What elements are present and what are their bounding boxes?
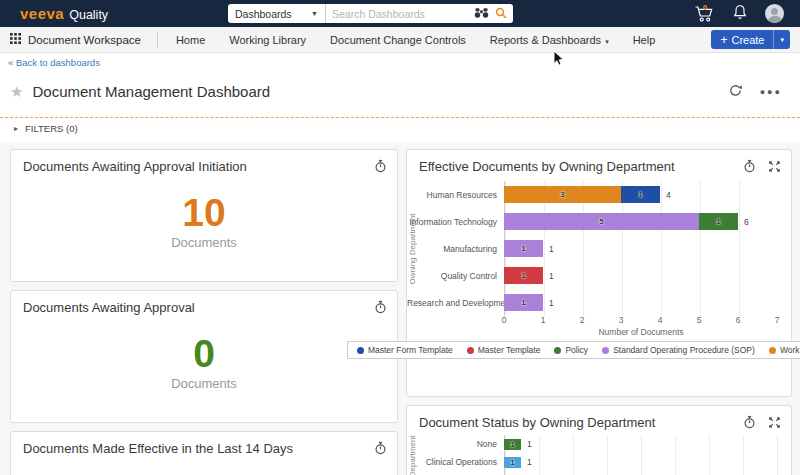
bar-segment[interactable]: 1 bbox=[504, 267, 543, 284]
legend-item[interactable]: Policy bbox=[554, 345, 588, 355]
bar-total-label: 1 bbox=[549, 298, 554, 308]
chevron-down-icon: ▼ bbox=[311, 10, 318, 17]
timer-icon[interactable] bbox=[374, 300, 387, 318]
category-label: None bbox=[407, 439, 504, 449]
avatar-shoulders bbox=[768, 16, 782, 24]
bar-total-label: 1 bbox=[549, 271, 554, 281]
x-tick-label: 0 bbox=[502, 315, 507, 325]
bar-segment[interactable]: 1 bbox=[504, 439, 521, 450]
category-label: Clinical Operations bbox=[407, 457, 504, 467]
create-button[interactable]: + Create bbox=[711, 30, 773, 49]
legend-dot-icon bbox=[602, 347, 609, 354]
notifications-bell-icon[interactable] bbox=[733, 4, 747, 24]
chart-row: Quality Control11 bbox=[407, 262, 791, 289]
legend-dot-icon bbox=[769, 347, 776, 354]
bar-segment[interactable]: 1 bbox=[621, 186, 660, 203]
binoculars-icon[interactable] bbox=[474, 5, 489, 23]
legend-label: Work Instruction bbox=[780, 345, 800, 355]
favorite-star-icon[interactable]: ★ bbox=[10, 84, 23, 99]
page-title: Document Management Dashboard bbox=[32, 83, 270, 100]
search-icon[interactable] bbox=[495, 5, 507, 23]
timer-icon[interactable] bbox=[743, 159, 756, 177]
chevron-down-icon: ▾ bbox=[780, 36, 784, 44]
legend-item[interactable]: Standard Operating Procedure (SOP) bbox=[602, 345, 755, 355]
x-axis-label: Number of Documents bbox=[504, 327, 778, 337]
more-menu-icon[interactable]: ●●● bbox=[760, 87, 782, 97]
legend-label: Master Template bbox=[478, 345, 541, 355]
bar-segment[interactable]: 1 bbox=[699, 213, 738, 230]
timer-icon[interactable] bbox=[743, 415, 756, 433]
search-scope-value: Dashboards bbox=[235, 8, 292, 20]
top-bar: veeva Quality Dashboards ▼ bbox=[0, 0, 800, 27]
metric-value: 0 bbox=[193, 332, 215, 376]
legend-label: Policy bbox=[565, 345, 588, 355]
metric-unit: Documents bbox=[171, 376, 237, 391]
x-tick-label: 3 bbox=[619, 315, 624, 325]
nav-item-document-change-controls[interactable]: Document Change Controls bbox=[330, 34, 466, 46]
nav-divider bbox=[157, 33, 158, 47]
filters-toggle[interactable]: ▸ FILTERS (0) bbox=[0, 118, 800, 142]
nav-item-home[interactable]: Home bbox=[176, 34, 205, 46]
bar-total-label: 6 bbox=[744, 217, 749, 227]
category-label: Human Resources bbox=[407, 190, 504, 200]
chart-legend: Master Form TemplateMaster TemplatePolic… bbox=[407, 341, 791, 359]
back-arrow-icon: « bbox=[8, 57, 13, 68]
chart-row: Research and Development11 bbox=[407, 289, 791, 316]
category-label: Manufacturing bbox=[407, 244, 504, 254]
x-tick-label: 5 bbox=[697, 315, 702, 325]
bar-segment[interactable]: 5 bbox=[504, 213, 699, 230]
category-label: Information Technology bbox=[407, 217, 504, 227]
nav-item-working-library[interactable]: Working Library bbox=[229, 34, 306, 46]
chart-card-effective-documents: Effective Documents by Owning Department… bbox=[406, 149, 792, 397]
legend-label: Standard Operating Procedure (SOP) bbox=[613, 345, 755, 355]
x-tick-label: 2 bbox=[580, 315, 585, 325]
nav-item-label: Reports & Dashboards bbox=[490, 34, 601, 46]
legend-item[interactable]: Master Template bbox=[467, 345, 541, 355]
expand-icon[interactable] bbox=[768, 159, 781, 177]
x-tick-label: 4 bbox=[658, 315, 663, 325]
main-nav-bar: Document Workspace Home Working Library … bbox=[0, 27, 800, 53]
chart-title: Effective Documents by Owning Department bbox=[407, 150, 791, 174]
chart-row: Manufacturing11 bbox=[407, 235, 791, 262]
nav-item-help[interactable]: Help bbox=[633, 34, 656, 46]
bar-segment[interactable]: 1 bbox=[504, 240, 543, 257]
avatar-head bbox=[771, 8, 778, 15]
bar-segment[interactable]: 1 bbox=[504, 294, 543, 311]
timer-icon[interactable] bbox=[374, 159, 387, 177]
effective-documents-chart: Owning DepartmentHuman Resources314Infor… bbox=[407, 181, 791, 339]
metric-card-awaiting-approval: Documents Awaiting Approval 0 Documents bbox=[10, 290, 398, 423]
nav-item-reports-dashboards[interactable]: Reports & Dashboards▾ bbox=[490, 34, 609, 46]
bar-segment[interactable]: 1 bbox=[504, 457, 521, 468]
cart-count-badge: 0 bbox=[703, 3, 707, 12]
back-row: « Back to dashboards bbox=[0, 53, 800, 69]
user-avatar[interactable] bbox=[765, 4, 784, 23]
category-label: Research and Development bbox=[407, 298, 504, 308]
bar-total-label: 4 bbox=[666, 190, 671, 200]
x-tick-label: 7 bbox=[775, 315, 780, 325]
x-tick-label: 6 bbox=[736, 315, 741, 325]
create-dropdown-button[interactable]: ▾ bbox=[773, 30, 790, 49]
workspace-label: Document Workspace bbox=[28, 34, 141, 46]
search-input[interactable] bbox=[326, 8, 474, 20]
category-label: Quality Control bbox=[407, 271, 504, 281]
bar-segment[interactable]: 3 bbox=[504, 186, 621, 203]
dashboard-title-row: ★ Document Management Dashboard ●●● bbox=[0, 69, 800, 118]
expand-icon[interactable] bbox=[768, 415, 781, 433]
app-grid-icon[interactable] bbox=[10, 33, 21, 46]
card-title: Documents Awaiting Approval Initiation bbox=[11, 150, 397, 174]
back-to-dashboards-link[interactable]: « Back to dashboards bbox=[8, 57, 100, 68]
filters-label: FILTERS (0) bbox=[25, 123, 78, 134]
veeva-wordmark: veeva bbox=[20, 5, 64, 22]
workspace-switcher[interactable]: Document Workspace bbox=[10, 33, 141, 46]
timer-icon[interactable] bbox=[374, 441, 387, 459]
legend-item[interactable]: Work Instruction bbox=[769, 345, 800, 355]
card-title: Documents Awaiting Approval bbox=[11, 291, 397, 315]
card-title: Documents Made Effective in the Last 14 … bbox=[11, 432, 397, 456]
product-name: Quality bbox=[69, 8, 108, 22]
bar-total-label: 1 bbox=[527, 439, 532, 449]
cart-icon[interactable]: 0 bbox=[694, 4, 715, 23]
legend-item[interactable]: Master Form Template bbox=[357, 345, 453, 355]
chart-row: Clinical Operations11 bbox=[407, 453, 791, 471]
search-scope-select[interactable]: Dashboards ▼ bbox=[228, 4, 326, 23]
refresh-icon[interactable] bbox=[729, 83, 742, 101]
